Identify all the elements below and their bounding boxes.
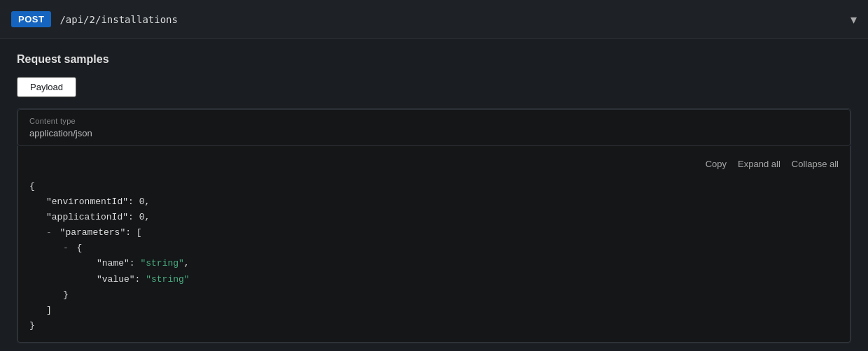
json-string: "string" — [140, 256, 183, 271]
code-block: { "environmentId" : 0 , "applicationId" … — [29, 179, 839, 334]
json-number: 0 — [139, 194, 145, 210]
json-punctuation: : — [135, 272, 146, 287]
json-punctuation: : [ — [125, 225, 141, 241]
section-title: Request samples — [17, 53, 851, 66]
code-line: } — [29, 318, 839, 334]
code-line: } — [29, 287, 839, 303]
main-content: Request samples Payload Content type app… — [0, 39, 868, 351]
content-type-value: application/json — [29, 128, 839, 138]
json-key: "name" — [97, 256, 130, 271]
endpoint-path: /api/2/installations — [59, 14, 842, 25]
code-line: ] — [29, 303, 839, 318]
code-line: "value" : "string" — [29, 272, 839, 287]
code-line: "applicationId" : 0 , — [29, 210, 839, 225]
code-line: "environmentId" : 0 , — [29, 194, 839, 210]
tab-payload[interactable]: Payload — [17, 77, 76, 97]
json-key: "applicationId" — [46, 210, 128, 225]
copy-button[interactable]: Copy — [706, 157, 727, 171]
code-line: "name" : "string" , — [29, 256, 839, 271]
json-key: "environmentId" — [46, 194, 128, 210]
code-line: - "parameters" : [ — [29, 225, 839, 241]
json-punctuation: , — [184, 256, 190, 271]
json-punctuation: , — [144, 194, 150, 210]
code-line: { — [29, 179, 839, 194]
content-type-box: Content type application/json — [18, 109, 850, 146]
json-key: "value" — [97, 272, 135, 287]
full-panel: Content type application/json Copy Expan… — [17, 108, 851, 343]
content-type-label: Content type — [29, 117, 839, 125]
code-panel: Copy Expand all Collapse all { "environm… — [18, 146, 850, 343]
top-bar: POST /api/2/installations ▾ — [0, 0, 868, 39]
json-string: "string" — [146, 272, 189, 287]
method-badge: POST — [11, 11, 51, 27]
json-punctuation: : — [128, 210, 139, 225]
json-punctuation: { — [77, 241, 83, 256]
json-punctuation: ] — [46, 303, 52, 318]
chevron-down-icon[interactable]: ▾ — [850, 12, 857, 27]
collapse-indicator[interactable]: - — [46, 225, 57, 241]
json-punctuation: } — [29, 318, 35, 334]
json-punctuation: : — [130, 256, 141, 271]
json-punctuation: : — [128, 194, 139, 210]
collapse-all-button[interactable]: Collapse all — [792, 157, 839, 171]
code-actions: Copy Expand all Collapse all — [29, 155, 839, 173]
json-punctuation: { — [29, 179, 35, 194]
collapse-indicator[interactable]: - — [63, 241, 74, 256]
json-punctuation: } — [63, 287, 69, 303]
json-number: 0 — [139, 210, 145, 225]
code-line: - { — [29, 241, 839, 256]
json-key: "parameters" — [60, 225, 126, 241]
tab-bar: Payload — [17, 77, 851, 97]
expand-all-button[interactable]: Expand all — [738, 157, 780, 171]
json-punctuation: , — [144, 210, 150, 225]
